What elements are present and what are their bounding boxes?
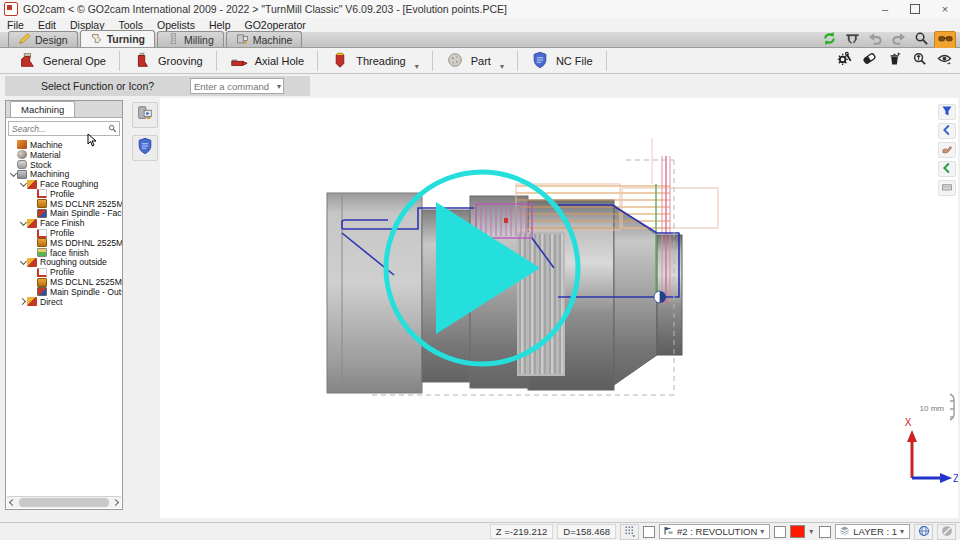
sync-button[interactable] <box>819 32 839 49</box>
grid-snap-button[interactable] <box>620 524 639 540</box>
tree-item-profile[interactable]: Profile <box>6 228 122 238</box>
menu-file[interactable]: File <box>0 19 31 31</box>
tree-item-machine[interactable]: Machine <box>6 140 122 150</box>
separator <box>606 51 607 71</box>
threading-button[interactable]: Threading▾ <box>319 49 431 73</box>
grab-tool-button[interactable] <box>938 142 956 158</box>
tree-search-input[interactable] <box>9 124 108 134</box>
tree-item-main-spindle-face[interactable]: Main Spindle - Face <box>6 209 122 219</box>
tool-nose-marker <box>654 291 666 303</box>
op-icon <box>27 297 37 306</box>
clean-button[interactable] <box>884 52 904 69</box>
tree-item-machining[interactable]: Machining <box>6 169 122 179</box>
tree-item-stock[interactable]: Stock <box>6 160 122 170</box>
view-eye-button[interactable] <box>934 52 954 69</box>
scroll-right-icon[interactable] <box>110 497 121 508</box>
tree-item-face-roughing[interactable]: Face Roughing <box>6 179 122 189</box>
nc-shield-button[interactable] <box>132 135 158 161</box>
sim-machine-icon <box>136 104 154 126</box>
viewport-3d[interactable]: 10 mm X Z <box>160 98 958 518</box>
tree-item-main-spindle-outside[interactable]: Main Spindle - Outside <box>6 287 122 297</box>
tab-milling[interactable]: Milling <box>157 31 224 47</box>
tree-expander-icon[interactable] <box>19 261 27 264</box>
axes-indicator: X Z <box>905 417 958 484</box>
eraser-button[interactable] <box>859 52 879 69</box>
collapse-blue-button[interactable] <box>938 123 956 139</box>
tree-item-roughing-outside[interactable]: Roughing outside <box>6 258 122 268</box>
tree-item-material[interactable]: Material <box>6 150 122 160</box>
scroll-left-icon[interactable] <box>7 497 18 508</box>
hand-icon <box>941 141 953 159</box>
tree-expander-icon[interactable] <box>9 173 17 176</box>
undo-button[interactable] <box>865 32 885 49</box>
minimize-button[interactable]: – <box>870 0 900 18</box>
tab-machine[interactable]: Machine <box>226 31 303 47</box>
material-icon <box>17 150 27 159</box>
measure-button[interactable] <box>842 32 862 49</box>
color-swatch[interactable] <box>790 525 805 538</box>
tree-item-label: face finish <box>50 248 89 258</box>
simulation-button[interactable] <box>132 102 158 128</box>
tab-machining[interactable]: Machining <box>10 101 75 117</box>
tree-search-box[interactable] <box>8 121 120 136</box>
zoom-button[interactable] <box>911 32 931 49</box>
grooving-button[interactable]: Grooving <box>121 49 215 73</box>
help-button[interactable] <box>937 524 956 540</box>
button-label: General Ope <box>43 55 106 67</box>
tree-item-label: Main Spindle - Outside <box>50 287 122 297</box>
tree-expander-icon[interactable] <box>19 299 27 304</box>
tree-item-ms-dclnr-2525m-16-t00[interactable]: MS DCLNR 2525M 16.T00 <box>6 199 122 209</box>
part-button[interactable]: Part▾ <box>434 49 516 73</box>
collapse-green-button[interactable] <box>938 161 956 177</box>
general-ope-button[interactable]: General Ope <box>6 49 118 73</box>
plane-combobox[interactable]: #2 : REVOLUTION ▾ <box>659 524 770 539</box>
zoom-arrow-icon <box>912 51 927 70</box>
machine-config-button[interactable] <box>834 52 854 69</box>
menu-go2operator[interactable]: GO2operator <box>238 19 313 31</box>
color-checkbox[interactable] <box>774 526 786 538</box>
tab-design[interactable]: Design <box>8 31 78 47</box>
tree-expander-icon[interactable] <box>19 222 27 225</box>
layer-checkbox[interactable] <box>819 526 831 538</box>
filter-button[interactable] <box>938 104 956 120</box>
tree-expander-icon[interactable] <box>19 183 27 186</box>
layer-combobox[interactable]: LAYER : 1 ▾ <box>835 524 910 539</box>
tree-item-face-finish[interactable]: face finish <box>6 248 122 258</box>
nc-file-button[interactable]: NC File <box>519 49 605 73</box>
panel-toggle-button[interactable] <box>938 180 956 196</box>
redo-button[interactable] <box>888 32 908 49</box>
axial-hole-button[interactable]: Axial Hole <box>218 49 317 73</box>
zoom-extents-button[interactable] <box>909 52 929 69</box>
tree-item-profile[interactable]: Profile <box>6 267 122 277</box>
tree-item-ms-ddhnl-2525m-15-t00[interactable]: MS DDHNL 2525M 15.T00 <box>6 238 122 248</box>
menu-edit[interactable]: Edit <box>31 19 63 31</box>
search-icon <box>108 124 117 133</box>
chevron-down-icon[interactable]: ▾ <box>809 527 815 536</box>
panel-hscrollbar[interactable] <box>7 496 121 508</box>
view-globe-button[interactable] <box>914 524 933 540</box>
menu-opelists[interactable]: Opelists <box>150 19 202 31</box>
profile-icon <box>37 189 47 198</box>
close-button[interactable]: × <box>930 0 960 18</box>
stock-icon <box>17 160 27 169</box>
scrollbar-thumb[interactable] <box>19 498 109 507</box>
command-combobox[interactable]: ▾ <box>190 78 284 94</box>
tree-item-direct[interactable]: Direct <box>6 297 122 307</box>
chevron-down-icon[interactable]: ▾ <box>277 82 283 91</box>
tree-item-face-finish[interactable]: Face Finish <box>6 218 122 228</box>
tree-item-ms-dclnl-2525m-09-t00[interactable]: MS DCLNL 2525M 09.T00 <box>6 277 122 287</box>
plane-checkbox[interactable] <box>643 526 655 538</box>
maximize-button[interactable] <box>900 0 930 18</box>
tab-turning[interactable]: Turning <box>80 30 155 47</box>
command-input[interactable] <box>191 81 277 92</box>
tree-item-profile[interactable]: Profile <box>6 189 122 199</box>
menu-help[interactable]: Help <box>202 19 238 31</box>
gear-wrench-icon <box>837 51 852 70</box>
op-general-icon <box>18 51 36 71</box>
window-title: GO2cam < © GO2cam International 2009 - 2… <box>23 3 507 15</box>
tab-label: Milling <box>184 34 214 46</box>
chevron-down-icon[interactable]: ▾ <box>500 62 504 73</box>
tree-item-label: Profile <box>50 189 74 199</box>
side-toolbar <box>132 102 158 161</box>
chevron-down-icon[interactable]: ▾ <box>415 62 419 73</box>
